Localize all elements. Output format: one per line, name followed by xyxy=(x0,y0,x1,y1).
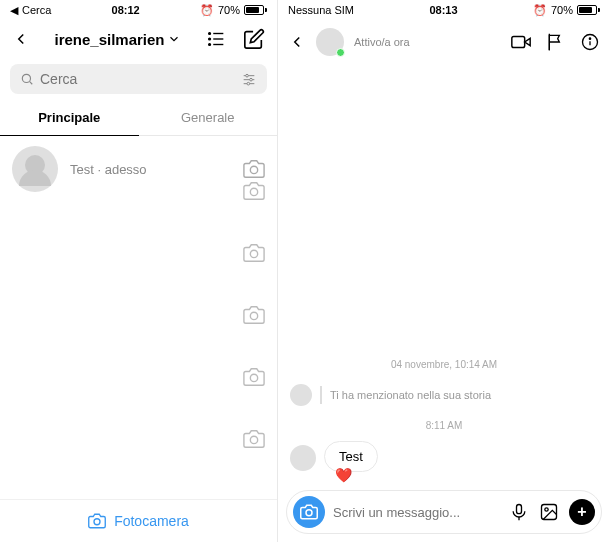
chat-body: 04 novembre, 10:14 AM Ti ha menzionato n… xyxy=(278,64,610,482)
message-text: Test xyxy=(339,449,363,464)
avatar xyxy=(290,384,312,406)
svg-point-0 xyxy=(209,33,211,35)
svg-point-18 xyxy=(250,374,257,381)
inbox-tabs: Principale Generale xyxy=(0,100,277,136)
composer-camera-button[interactable] xyxy=(293,496,325,528)
camera-icon[interactable] xyxy=(243,366,265,388)
gallery-icon[interactable] xyxy=(539,502,559,522)
inbox-screen: ◀ Cerca 08:12 ⏰ 70% irene_silmarien xyxy=(0,0,278,542)
online-dot-icon xyxy=(336,48,345,57)
svg-rect-28 xyxy=(517,505,522,514)
mention-text: Ti ha menzionato nella sua storia xyxy=(330,389,491,401)
username-label: irene_silmarien xyxy=(54,31,164,48)
thread-preview: Test · adesso xyxy=(70,162,231,177)
back-to-app-chevron[interactable]: ◀ xyxy=(10,4,18,17)
battery-percent: 70% xyxy=(551,4,573,16)
svg-point-27 xyxy=(306,510,312,516)
battery-icon xyxy=(577,5,600,15)
flag-icon[interactable] xyxy=(546,31,566,53)
tab-primary[interactable]: Principale xyxy=(0,100,139,136)
svg-point-26 xyxy=(589,38,590,39)
svg-point-14 xyxy=(250,166,257,173)
camera-icon[interactable] xyxy=(243,242,265,264)
chat-screen: Nessuna SIM 08:13 ⏰ 70% Attivo/a ora xyxy=(278,0,610,542)
chat-header: Attivo/a ora xyxy=(278,20,610,64)
clock: 08:12 xyxy=(112,4,140,16)
thread-item[interactable]: Test · adesso xyxy=(0,136,277,202)
alarm-icon: ⏰ xyxy=(200,4,214,17)
message-composer: + xyxy=(286,490,602,534)
chevron-down-icon xyxy=(167,32,181,46)
search-bar[interactable] xyxy=(10,64,267,94)
svg-point-31 xyxy=(545,508,548,511)
svg-point-15 xyxy=(250,188,257,195)
clock: 08:13 xyxy=(429,4,457,16)
avatar[interactable] xyxy=(316,28,344,56)
status-bar: ◀ Cerca 08:12 ⏰ 70% xyxy=(0,0,277,20)
back-button[interactable] xyxy=(288,33,306,51)
inbox-header: irene_silmarien xyxy=(0,20,277,58)
camera-icon-stack xyxy=(243,180,265,450)
svg-point-16 xyxy=(250,250,257,257)
compose-icon[interactable] xyxy=(243,28,265,50)
plus-button[interactable]: + xyxy=(569,499,595,525)
heart-reaction-icon[interactable]: ❤️ xyxy=(335,467,352,483)
account-switcher[interactable]: irene_silmarien xyxy=(54,31,180,48)
svg-point-13 xyxy=(247,82,250,85)
svg-point-2 xyxy=(209,38,211,40)
footer-camera-button[interactable]: Fotocamera xyxy=(0,499,277,542)
camera-icon xyxy=(88,512,106,530)
avatar xyxy=(12,146,58,192)
back-to-app-label[interactable]: Cerca xyxy=(22,4,51,16)
status-bar: Nessuna SIM 08:13 ⏰ 70% xyxy=(278,0,610,20)
message-input[interactable] xyxy=(333,505,501,520)
svg-rect-21 xyxy=(512,37,525,48)
svg-marker-22 xyxy=(525,38,531,45)
svg-point-17 xyxy=(250,312,257,319)
message-bubble[interactable]: Test ❤️ xyxy=(324,441,378,472)
message-row: Test ❤️ xyxy=(290,441,598,472)
microphone-icon[interactable] xyxy=(509,502,529,522)
back-button[interactable] xyxy=(12,30,30,48)
search-input[interactable] xyxy=(40,71,241,87)
camera-icon[interactable] xyxy=(243,158,265,180)
svg-point-4 xyxy=(209,44,211,46)
footer-camera-label: Fotocamera xyxy=(114,513,189,529)
camera-icon[interactable] xyxy=(243,180,265,202)
svg-line-7 xyxy=(30,82,33,85)
svg-point-9 xyxy=(246,74,249,77)
chat-timestamp: 8:11 AM xyxy=(290,420,598,431)
search-icon xyxy=(20,72,34,86)
svg-point-11 xyxy=(250,78,253,81)
svg-point-20 xyxy=(94,519,100,525)
battery-icon xyxy=(244,5,267,15)
filter-icon[interactable] xyxy=(241,71,257,87)
thread-list: Test · adesso xyxy=(0,136,277,499)
battery-percent: 70% xyxy=(218,4,240,16)
alarm-icon: ⏰ xyxy=(533,4,547,17)
svg-point-19 xyxy=(250,436,257,443)
carrier-label: Nessuna SIM xyxy=(288,4,354,16)
info-icon[interactable] xyxy=(580,31,600,53)
camera-icon[interactable] xyxy=(243,428,265,450)
list-options-icon[interactable] xyxy=(205,28,227,50)
active-status-label: Attivo/a ora xyxy=(354,36,500,48)
story-mention-row[interactable]: Ti ha menzionato nella sua storia xyxy=(290,384,598,406)
camera-icon[interactable] xyxy=(243,304,265,326)
chat-timestamp: 04 novembre, 10:14 AM xyxy=(290,359,598,370)
tab-general[interactable]: Generale xyxy=(139,100,278,135)
avatar xyxy=(290,445,316,471)
svg-point-6 xyxy=(22,74,30,82)
story-bar-icon xyxy=(320,386,322,404)
video-call-icon[interactable] xyxy=(510,31,532,53)
